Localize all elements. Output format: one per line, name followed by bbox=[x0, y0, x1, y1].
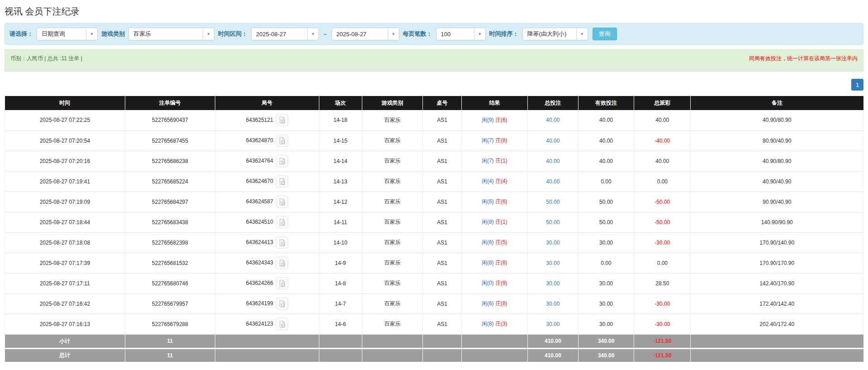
cell-note: 140.90/90.90 bbox=[691, 212, 863, 232]
round-number: 643624764 bbox=[246, 158, 273, 164]
cell-session: 14-8 bbox=[319, 273, 362, 293]
grand-total-row-cell-2 bbox=[215, 348, 319, 362]
cell-session: 14-13 bbox=[319, 171, 362, 192]
video-record-icon bbox=[279, 321, 285, 328]
round-number: 643624123 bbox=[246, 321, 273, 327]
total-bet-link[interactable]: 40.00 bbox=[546, 158, 560, 164]
cell-session: 14-9 bbox=[319, 253, 362, 273]
table-row: 2025-08-27 07:20:54522765687455643624870… bbox=[5, 130, 863, 151]
cell-payout: 28.50 bbox=[634, 273, 691, 293]
video-record-button[interactable] bbox=[276, 298, 288, 310]
cell-time: 2025-08-27 07:20:54 bbox=[5, 130, 125, 151]
cell-bet-number: 522765685224 bbox=[125, 171, 215, 192]
total-bet-link[interactable]: 30.00 bbox=[546, 260, 560, 266]
chevron-down-icon: ▼ bbox=[203, 28, 214, 40]
grand-total-row-cell-7: 410.00 bbox=[527, 348, 578, 362]
total-bet-link[interactable]: 30.00 bbox=[546, 280, 560, 287]
sort-order-select[interactable]: 降幂(由大到小) ▼ bbox=[522, 28, 588, 40]
total-bet-link[interactable]: 50.00 bbox=[546, 199, 560, 205]
result-player: 闲(5) bbox=[482, 198, 494, 205]
table-foot: 小计11410.00340.00-121.50总计11410.00340.00-… bbox=[5, 334, 863, 362]
cell-table-number: AS1 bbox=[423, 314, 461, 334]
cell-note: 142.40/170.90 bbox=[691, 273, 863, 293]
video-record-button[interactable] bbox=[276, 175, 288, 187]
subtotal-row-cell-8: 340.00 bbox=[578, 334, 634, 348]
table-row: 2025-08-27 07:22:25522765690437643625121… bbox=[5, 110, 863, 130]
cell-game-type: 百家乐 bbox=[362, 253, 423, 273]
result-player: 闲(0) bbox=[482, 280, 494, 286]
subtotal-row-cell-1: 11 bbox=[125, 334, 215, 348]
date-from-value: 2025-08-27 bbox=[251, 28, 307, 40]
grand-total-row-cell-8: 340.00 bbox=[578, 348, 634, 362]
grand-total-row-cell-5 bbox=[423, 348, 461, 362]
chevron-down-icon: ▼ bbox=[474, 28, 485, 40]
search-button[interactable]: 查询 bbox=[593, 28, 617, 40]
cell-result: 闲(8) 庄(3) bbox=[461, 314, 527, 334]
cell-payout: -50.00 bbox=[634, 192, 691, 212]
cell-note: 40.90/80.90 bbox=[691, 110, 863, 130]
cell-table-number: AS1 bbox=[423, 130, 461, 151]
subtotal-row-cell-10 bbox=[691, 334, 863, 348]
cell-result: 闲(8) 庄(1) bbox=[461, 212, 527, 232]
cell-time: 2025-08-27 07:18:08 bbox=[5, 232, 125, 253]
video-record-icon bbox=[279, 300, 285, 308]
cell-bet-number: 522765682398 bbox=[125, 232, 215, 253]
total-bet-link[interactable]: 30.00 bbox=[546, 301, 560, 307]
result-banker: 庄(6) bbox=[495, 117, 508, 123]
cell-time: 2025-08-27 07:19:09 bbox=[5, 192, 125, 212]
total-bet-link[interactable]: 30.00 bbox=[546, 240, 560, 246]
total-bet-link[interactable]: 40.00 bbox=[546, 178, 560, 185]
cell-result: 闲(7) 庄(8) bbox=[461, 130, 527, 151]
sort-order-label: 时间排序： bbox=[489, 30, 519, 38]
round-number: 643624670 bbox=[246, 178, 273, 184]
column-header-1: 注单编号 bbox=[125, 96, 215, 110]
chevron-down-icon: ▼ bbox=[307, 28, 318, 40]
round-number: 643624870 bbox=[246, 137, 273, 144]
cell-valid-bet: 40.00 bbox=[578, 130, 634, 151]
total-bet-link[interactable]: 40.00 bbox=[546, 138, 560, 144]
total-bet-link[interactable]: 30.00 bbox=[546, 321, 560, 327]
betting-records-page: 视讯 会员下注纪录 请选择： 日期查询 ▼ 游戏类别 百家乐 ▼ 时间区间： 2… bbox=[0, 0, 868, 368]
cell-payout: -30.00 bbox=[634, 314, 691, 334]
video-record-button[interactable] bbox=[276, 135, 288, 147]
cell-table-number: AS1 bbox=[423, 192, 461, 212]
round-number: 643624510 bbox=[246, 219, 273, 225]
table-row: 2025-08-27 07:17:11522765680746643624266… bbox=[5, 273, 863, 293]
subtotal-row-cell-2 bbox=[215, 334, 319, 348]
video-record-button[interactable] bbox=[276, 257, 288, 269]
cell-valid-bet: 40.00 bbox=[578, 110, 634, 130]
cell-total-bet: 40.00 bbox=[527, 130, 578, 151]
video-record-button[interactable] bbox=[276, 318, 288, 330]
grand-total-row-cell-4 bbox=[362, 348, 423, 362]
cell-round-number: 643625121 bbox=[215, 110, 319, 130]
video-record-button[interactable] bbox=[276, 216, 288, 228]
cell-bet-number: 522765679288 bbox=[125, 314, 215, 334]
game-type-select[interactable]: 百家乐 ▼ bbox=[128, 28, 214, 40]
cell-valid-bet: 30.00 bbox=[578, 314, 634, 334]
cell-session: 14-10 bbox=[319, 232, 362, 253]
query-type-select[interactable]: 日期查询 ▼ bbox=[37, 28, 98, 40]
cell-game-type: 百家乐 bbox=[362, 232, 423, 253]
grand-total-row-cell-10 bbox=[691, 348, 863, 362]
cell-round-number: 643624587 bbox=[215, 192, 319, 212]
video-record-icon bbox=[279, 178, 285, 185]
cell-total-bet: 50.00 bbox=[527, 212, 578, 232]
video-record-button[interactable] bbox=[276, 114, 288, 126]
cell-note: 202.40/172.40 bbox=[691, 314, 863, 334]
date-from-select[interactable]: 2025-08-27 ▼ bbox=[251, 28, 319, 40]
video-record-button[interactable] bbox=[276, 277, 288, 289]
video-record-button[interactable] bbox=[276, 236, 288, 249]
cell-valid-bet: 0.00 bbox=[578, 253, 634, 273]
page-size-select[interactable]: 100 ▼ bbox=[436, 28, 486, 40]
result-banker: 庄(8) bbox=[495, 137, 508, 144]
video-record-button[interactable] bbox=[276, 155, 288, 167]
cell-valid-bet: 50.00 bbox=[578, 192, 634, 212]
total-bet-link[interactable]: 40.00 bbox=[546, 117, 560, 123]
date-to-select[interactable]: 2025-08-27 ▼ bbox=[332, 28, 399, 40]
total-bet-link[interactable]: 50.00 bbox=[546, 219, 560, 226]
cell-table-number: AS1 bbox=[423, 253, 461, 273]
cell-bet-number: 522765681532 bbox=[125, 253, 215, 273]
cell-bet-number: 522765683438 bbox=[125, 212, 215, 232]
page-1-button[interactable]: 1 bbox=[851, 79, 863, 91]
video-record-button[interactable] bbox=[276, 196, 288, 208]
